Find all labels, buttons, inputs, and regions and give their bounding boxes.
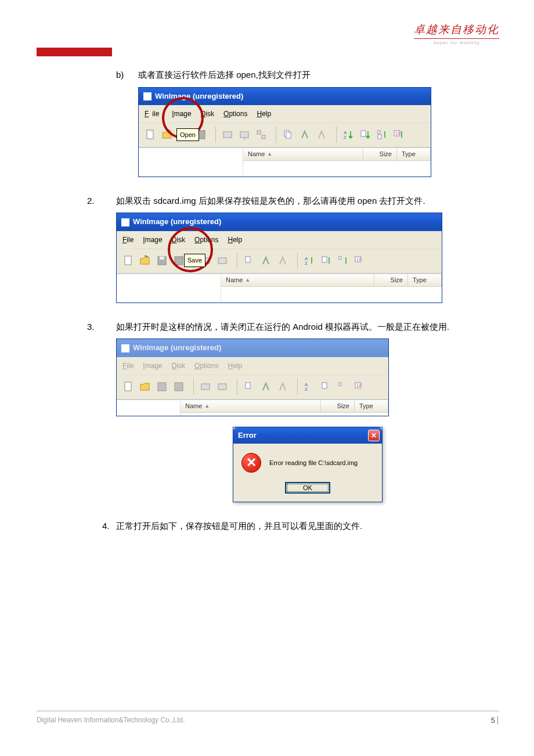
- menu-help[interactable]: Help: [253, 107, 275, 121]
- menu-image[interactable]: Image: [168, 107, 194, 121]
- ok-button[interactable]: OK: [285, 482, 330, 494]
- column-size[interactable]: Size: [374, 274, 408, 286]
- menu-help[interactable]: Help: [224, 233, 246, 247]
- toolbar-btn[interactable]: [275, 378, 291, 395]
- sort-az-button[interactable]: AZ: [301, 378, 317, 395]
- save-button[interactable]: [154, 252, 170, 269]
- svg-rect-6: [240, 132, 248, 138]
- close-button[interactable]: ✕: [368, 430, 380, 441]
- error-title: Error: [238, 429, 257, 442]
- error-message: Error reading file C:\sdcard.img: [269, 458, 358, 469]
- svg-rect-32: [158, 383, 166, 391]
- brand-logo-text: 卓越来自移动化: [414, 22, 499, 39]
- save-as-button[interactable]: [171, 378, 187, 395]
- column-size[interactable]: Size: [363, 148, 397, 160]
- new-button[interactable]: [120, 252, 136, 269]
- svg-text:12: 12: [395, 131, 400, 135]
- toolbar-btn[interactable]: [258, 378, 274, 395]
- column-name[interactable]: Name ▲: [243, 148, 363, 160]
- menu-file[interactable]: File: [119, 359, 137, 373]
- toolbar-btn[interactable]: [219, 126, 236, 143]
- menu-options[interactable]: Options: [191, 233, 222, 247]
- tooltip-save: Save: [184, 254, 205, 267]
- menu-options[interactable]: Options: [191, 359, 222, 373]
- error-dialog: Error ✕ ✕ Error reading file C:\sdcard.i…: [233, 427, 383, 502]
- brand-logo-subtext: Super for mobility: [414, 40, 499, 45]
- open-button[interactable]: [137, 252, 153, 269]
- svg-rect-20: [160, 257, 164, 260]
- error-titlebar[interactable]: Error ✕: [233, 427, 382, 444]
- tooltip-open: Open: [176, 128, 199, 142]
- window-titlebar[interactable]: WinImage (unregistered): [117, 339, 388, 357]
- svg-text:12: 12: [356, 257, 361, 261]
- save-button[interactable]: [154, 378, 170, 395]
- toolbar-btn[interactable]: [357, 126, 373, 143]
- svg-text:Z: Z: [305, 387, 308, 392]
- toolbar-btn[interactable]: [374, 126, 390, 143]
- toolbar-btn[interactable]: [335, 378, 351, 395]
- svg-text:Z: Z: [305, 261, 308, 266]
- column-type[interactable]: Type: [355, 400, 388, 412]
- screenshot-error: WinImage (unregistered) File Image Disk …: [116, 339, 499, 502]
- list-item-b: b) 或者直接运行软件后选择 open,找到文件打开 WinImage (unr…: [87, 67, 499, 177]
- svg-rect-24: [246, 257, 250, 262]
- toolbar-btn[interactable]: [197, 378, 214, 395]
- svg-rect-7: [257, 131, 261, 134]
- toolbar-btn[interactable]: [258, 252, 274, 269]
- menu-image[interactable]: Image: [139, 233, 165, 247]
- toolbar-btn[interactable]: [214, 252, 230, 269]
- toolbar-btn[interactable]: [241, 378, 257, 395]
- list-header: Name ▲ Size Type: [181, 400, 388, 413]
- menu-help[interactable]: Help: [224, 359, 246, 373]
- menu-file[interactable]: File: [141, 107, 166, 121]
- column-type[interactable]: Type: [397, 148, 431, 160]
- header-accent-bar: [37, 48, 112, 56]
- window-titlebar[interactable]: WinImage (unregistered): [117, 213, 442, 231]
- new-button[interactable]: [120, 378, 136, 395]
- screenshot-save: WinImage (unregistered) File Image Disk …: [116, 213, 499, 303]
- svg-text:Z: Z: [344, 135, 347, 140]
- toolbar-btn[interactable]: [318, 252, 334, 269]
- toolbar-btn[interactable]: [241, 252, 257, 269]
- toolbar-btn[interactable]: 12: [352, 378, 368, 395]
- svg-rect-8: [262, 135, 265, 139]
- column-name[interactable]: Name ▲: [221, 274, 374, 286]
- menu-image[interactable]: Image: [139, 359, 165, 373]
- column-size[interactable]: Size: [321, 400, 355, 412]
- menu-disk[interactable]: Disk: [168, 359, 189, 373]
- menu-file[interactable]: File: [119, 233, 137, 247]
- screenshot-open: WinImage (unregistered) File Image Disk …: [138, 87, 499, 177]
- svg-rect-35: [218, 384, 226, 390]
- toolbar-btn[interactable]: [280, 126, 296, 143]
- window-titlebar[interactable]: WinImage (unregistered): [139, 88, 431, 105]
- toolbar-btn[interactable]: [275, 252, 291, 269]
- tree-pane: [117, 274, 221, 303]
- open-button[interactable]: [159, 126, 175, 143]
- window-title: WinImage (unregistered): [155, 90, 243, 103]
- open-button[interactable]: [137, 378, 153, 395]
- list-marker: 3.: [87, 319, 116, 502]
- svg-rect-34: [201, 384, 210, 390]
- toolbar-btn[interactable]: 12: [352, 252, 368, 269]
- sort-az-button[interactable]: AZ: [301, 252, 317, 269]
- sort-az-button[interactable]: AZ: [340, 126, 356, 143]
- toolbar-btn[interactable]: 12: [391, 126, 407, 143]
- toolbar-btn[interactable]: [318, 378, 334, 395]
- menu-disk[interactable]: Disk: [197, 107, 218, 121]
- new-button[interactable]: [142, 126, 158, 143]
- column-type[interactable]: Type: [408, 274, 442, 286]
- list-item-3: 3. 如果打开时是这样的情况，请关闭正在运行的 Android 模拟器再试。一般…: [87, 319, 499, 502]
- column-name[interactable]: Name ▲: [181, 400, 321, 412]
- toolbar: AZ 12: [117, 375, 388, 399]
- toolbar-btn[interactable]: [236, 126, 252, 143]
- toolbar-btn[interactable]: [214, 378, 230, 395]
- toolbar-btn[interactable]: [253, 126, 269, 143]
- toolbar-btn[interactable]: [313, 126, 330, 143]
- page-number: 5: [491, 716, 499, 725]
- toolbar-btn[interactable]: [297, 126, 313, 143]
- svg-rect-18: [125, 256, 131, 265]
- menu-disk[interactable]: Disk: [168, 233, 189, 247]
- menu-options[interactable]: Options: [220, 107, 251, 121]
- svg-rect-13: [361, 131, 366, 136]
- toolbar-btn[interactable]: [335, 252, 351, 269]
